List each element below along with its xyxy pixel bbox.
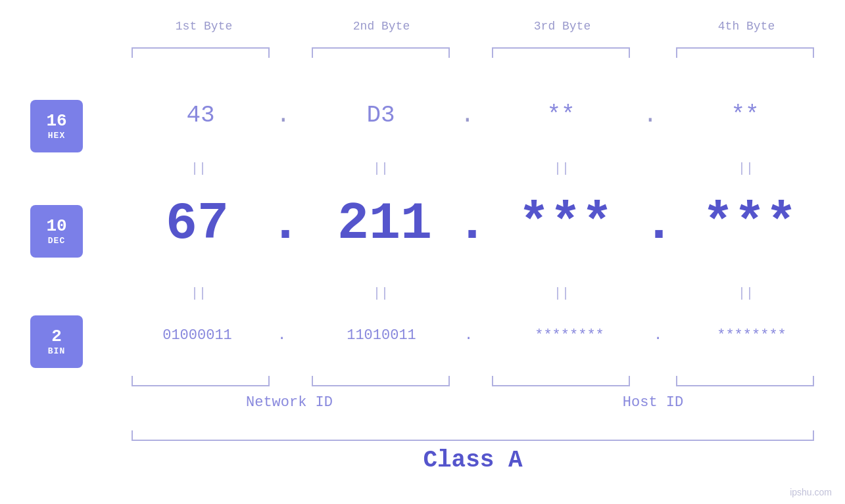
bracket-bottom-host2 <box>676 376 814 386</box>
bin-b4: ******** <box>669 327 834 344</box>
bin-b3: ******** <box>484 327 655 344</box>
hex-badge-num: 16 <box>46 112 66 131</box>
dec-dot1: . <box>270 194 301 254</box>
eq-hex-dec-2: || <box>373 161 389 176</box>
dec-b3: *** <box>480 194 651 254</box>
hex-b3: ** <box>492 102 630 129</box>
col2-header: 2nd Byte <box>309 20 454 33</box>
hex-b2: D3 <box>312 102 450 129</box>
hex-dot2: . <box>460 102 475 129</box>
bracket-top-3 <box>492 47 630 58</box>
dec-b1: 67 <box>115 194 279 254</box>
eq-hex-dec-4: || <box>738 161 754 176</box>
dec-b2: 211 <box>299 194 470 254</box>
bracket-top-2 <box>312 47 450 58</box>
bin-badge-label: BIN <box>48 346 65 356</box>
hex-dot3: . <box>643 102 658 129</box>
hex-b4: ** <box>676 102 814 129</box>
network-id-label: Network ID <box>132 394 447 411</box>
dec-badge: 10 DEC <box>30 205 83 258</box>
bin-b1: 01000011 <box>115 327 279 344</box>
bracket-bottom-net1 <box>132 376 270 386</box>
bin-dot3: . <box>654 327 662 344</box>
dec-badge-label: DEC <box>48 236 65 246</box>
col3-header: 3rd Byte <box>490 20 635 33</box>
hex-badge-label: HEX <box>48 131 65 141</box>
eq-dec-bin-4: || <box>738 286 754 301</box>
bracket-top-4 <box>676 47 814 58</box>
watermark: ipshu.com <box>790 487 832 497</box>
main-container: 16 HEX 10 DEC 2 BIN 1st Byte 2nd Byte 3r… <box>0 0 845 504</box>
eq-hex-dec-1: || <box>191 161 206 176</box>
host-id-label: Host ID <box>492 394 814 411</box>
bracket-bottom-net2 <box>312 376 450 386</box>
bin-dot1: . <box>278 327 286 344</box>
col1-header: 1st Byte <box>132 20 276 33</box>
bin-dot2: . <box>464 327 473 344</box>
class-a-label: Class A <box>132 447 814 474</box>
eq-dec-bin-3: || <box>554 286 569 301</box>
bin-badge: 2 BIN <box>30 315 83 368</box>
hex-badge: 16 HEX <box>30 100 83 152</box>
dec-b4: *** <box>664 194 835 254</box>
bracket-class-a <box>132 430 814 441</box>
eq-hex-dec-3: || <box>554 161 569 176</box>
dec-badge-num: 10 <box>46 217 66 236</box>
bracket-bottom-host1 <box>492 376 630 386</box>
bin-b2: 11010011 <box>296 327 467 344</box>
bin-badge-num: 2 <box>51 327 62 346</box>
bracket-top-1 <box>132 47 270 58</box>
eq-dec-bin-1: || <box>191 286 206 301</box>
col4-header: 4th Byte <box>674 20 819 33</box>
hex-b1: 43 <box>132 102 270 129</box>
eq-dec-bin-2: || <box>373 286 389 301</box>
hex-dot1: . <box>276 102 291 129</box>
